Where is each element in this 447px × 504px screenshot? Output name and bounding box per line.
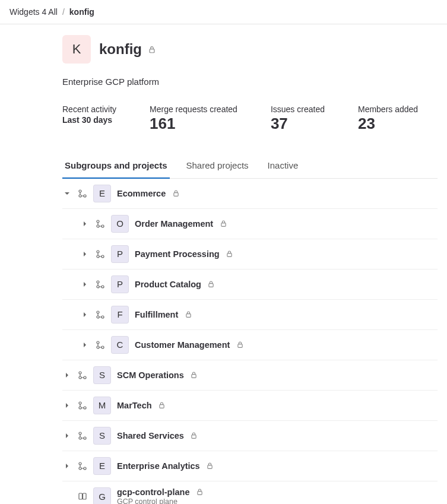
item-name[interactable]: Fulfillment (135, 310, 178, 319)
tab-inactive[interactable]: Inactive (265, 154, 301, 179)
svg-point-37 (79, 462, 81, 465)
svg-point-13 (97, 281, 99, 283)
item-avatar: C (111, 336, 129, 354)
tree-row-fulfillment[interactable]: F Fulfillment (62, 300, 438, 330)
chevron-right-icon[interactable] (80, 310, 90, 319)
svg-point-15 (102, 286, 104, 288)
lock-icon (219, 220, 227, 228)
svg-point-25 (79, 372, 81, 374)
subgroup-icon (96, 280, 105, 289)
chevron-down-icon[interactable] (62, 189, 72, 198)
item-name[interactable]: gcp-control-plane (117, 487, 189, 497)
tree-row-payment-processing[interactable]: P Payment Processing (62, 239, 438, 270)
svg-rect-36 (192, 435, 196, 439)
subgroup-icon (78, 370, 87, 380)
tree-row-shared-services[interactable]: S Shared Services (62, 421, 438, 451)
subgroup-icon (78, 401, 87, 410)
tree-row-enterprise-analytics[interactable]: E Enterprise Analytics (62, 451, 438, 481)
stat-issues: Issues created 37 (271, 104, 325, 134)
project-icon (78, 492, 87, 501)
svg-rect-4 (174, 193, 178, 196)
item-name[interactable]: MarTech (117, 401, 152, 410)
svg-point-31 (84, 407, 86, 409)
svg-point-2 (79, 195, 81, 197)
subgroup-icon (78, 461, 87, 471)
tree-row-scm-operations[interactable]: S SCM Operations (62, 360, 438, 391)
svg-point-29 (79, 402, 81, 404)
svg-point-39 (84, 467, 86, 470)
svg-point-11 (102, 255, 104, 258)
svg-point-7 (102, 225, 104, 227)
chevron-right-icon[interactable] (62, 370, 72, 380)
svg-point-5 (97, 220, 99, 223)
svg-rect-12 (227, 253, 232, 257)
subgroup-icon (96, 310, 105, 319)
lock-icon (226, 250, 234, 258)
activity-stats: Recent activity Last 30 days Merge reque… (62, 104, 438, 134)
svg-rect-42 (83, 493, 87, 499)
lock-icon (158, 401, 166, 410)
item-avatar: F (111, 306, 129, 324)
tree-row-product-catalog[interactable]: P Product Catalog (62, 270, 438, 300)
chevron-right-icon[interactable] (62, 401, 72, 410)
members-value: 23 (358, 114, 418, 134)
item-avatar: S (93, 427, 111, 445)
tab-shared[interactable]: Shared projects (184, 154, 251, 179)
issues-label: Issues created (271, 104, 325, 114)
svg-point-19 (102, 316, 104, 318)
item-name[interactable]: Shared Services (117, 431, 184, 440)
svg-point-1 (79, 190, 81, 192)
item-avatar: G (93, 487, 111, 504)
issues-value: 37 (271, 114, 325, 134)
svg-point-10 (97, 255, 99, 258)
item-name[interactable]: Enterprise Analytics (117, 461, 200, 471)
tree-row-customer-management[interactable]: C Customer Management (62, 330, 438, 360)
svg-point-3 (84, 195, 86, 197)
item-name[interactable]: SCM Operations (117, 370, 184, 380)
item-name[interactable]: Customer Management (135, 340, 230, 350)
svg-rect-32 (160, 405, 164, 408)
lock-icon (172, 189, 180, 198)
lock-icon (148, 45, 156, 53)
tree-row-martech[interactable]: M MarTech (62, 391, 438, 421)
svg-rect-40 (208, 465, 212, 469)
subgroups-tree: E Ecommerce O Order Management P Payment… (62, 179, 438, 504)
group-title: konfig (99, 41, 156, 58)
svg-rect-24 (238, 344, 242, 348)
lock-icon (206, 462, 214, 470)
svg-rect-28 (192, 375, 196, 378)
svg-point-14 (97, 286, 99, 288)
breadcrumb-current: konfig (69, 7, 94, 17)
svg-point-22 (97, 346, 99, 348)
svg-rect-0 (150, 49, 154, 52)
tree-row-ecommerce[interactable]: E Ecommerce (62, 179, 438, 209)
svg-point-27 (84, 376, 86, 379)
chevron-right-icon[interactable] (80, 249, 90, 259)
lock-icon (207, 280, 215, 289)
chevron-right-icon[interactable] (80, 340, 90, 350)
chevron-right-icon[interactable] (80, 219, 90, 229)
tab-subgroups[interactable]: Subgroups and projects (62, 154, 170, 179)
lock-icon (190, 371, 198, 379)
item-name[interactable]: Product Catalog (135, 280, 201, 289)
lock-icon (236, 341, 244, 349)
tree-row-order-management[interactable]: O Order Management (62, 209, 438, 239)
merge-requests-label: Merge requests created (150, 104, 237, 114)
chevron-right-icon[interactable] (62, 431, 72, 440)
chevron-right-icon[interactable] (80, 280, 90, 289)
tree-row-gcp-control-plane[interactable]: G gcp-control-plane GCP control plane (62, 481, 438, 504)
chevron-right-icon[interactable] (62, 461, 72, 471)
svg-rect-16 (209, 284, 213, 287)
item-avatar: M (93, 397, 111, 414)
stat-recent: Recent activity Last 30 days (62, 104, 116, 134)
subgroup-icon (78, 189, 87, 198)
item-avatar: O (111, 215, 129, 233)
item-name[interactable]: Payment Processing (135, 249, 220, 259)
item-avatar: E (93, 457, 111, 475)
group-description: Enterprise GCP platform (62, 77, 438, 87)
svg-point-26 (79, 376, 81, 379)
item-name[interactable]: Order Management (135, 219, 213, 229)
breadcrumb-parent[interactable]: Widgets 4 All (9, 7, 58, 17)
item-name[interactable]: Ecommerce (117, 189, 166, 198)
item-avatar: E (93, 185, 111, 202)
